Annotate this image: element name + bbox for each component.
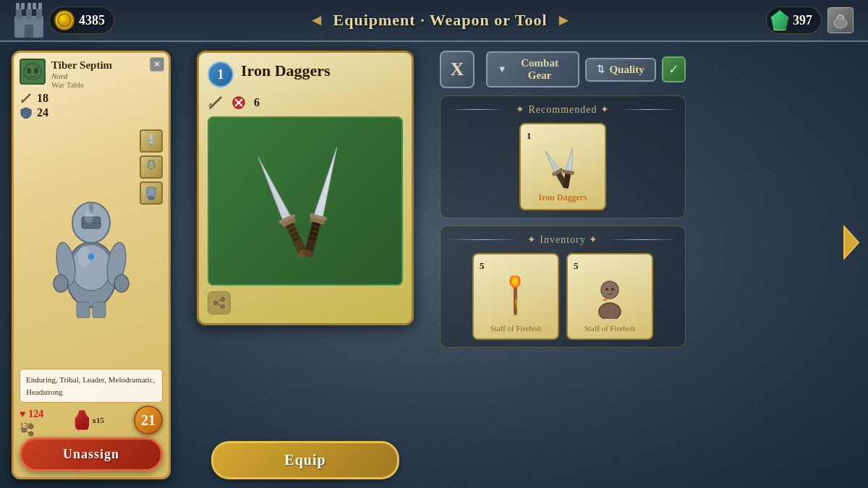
daggers-svg [226, 129, 385, 273]
svg-point-41 [22, 428, 26, 432]
weapon-level: 1 [218, 67, 224, 82]
inventory-title: ✦ Inventory ✦ [448, 234, 678, 246]
svg-point-11 [834, 18, 847, 28]
content-area: ✕ Tiber Septim Nord War Table [0, 42, 868, 488]
recommended-section: ✦ Recommended ✦ 1 [440, 95, 686, 218]
svg-point-40 [29, 424, 33, 429]
card-power: 21 [134, 406, 163, 435]
svg-marker-59 [255, 155, 291, 219]
inventory-item-1[interactable]: 5 Staff of Fi [472, 253, 559, 340]
svg-point-10 [58, 14, 71, 27]
svg-point-37 [150, 143, 153, 146]
inventory-item-2[interactable]: 5 [566, 253, 653, 340]
unassign-button[interactable]: Unassign [20, 437, 163, 471]
svg-rect-4 [16, 3, 20, 9]
recommended-title: ✦ Recommended ✦ [448, 103, 678, 116]
gems-value: 397 [793, 13, 812, 28]
close-button[interactable]: X [440, 51, 475, 88]
portrait-items [140, 129, 163, 205]
top-bar: 4385 ◄ Equipment · Weapon or Tool ► 397 [0, 0, 868, 42]
weapon-level-badge: 1 [208, 61, 234, 87]
svg-rect-1 [16, 9, 22, 19]
potion-section: x15 [73, 410, 104, 430]
quality-sort-icon: ⇅ [597, 64, 605, 75]
inv-item-1-image [487, 272, 545, 322]
knight-svg [44, 174, 138, 318]
bag-icon [827, 7, 854, 33]
gold-currency: 4385 [49, 7, 114, 34]
equip-button[interactable]: Equip [211, 441, 399, 479]
portrait-item-2 [140, 155, 163, 179]
svg-line-74 [218, 300, 221, 302]
svg-rect-36 [146, 140, 156, 142]
recommended-card[interactable]: 1 [519, 123, 606, 210]
svg-point-73 [221, 305, 225, 309]
potion-icon [73, 410, 90, 430]
weapon-value-stat: 6 [254, 95, 260, 111]
potion-count: x15 [92, 416, 104, 424]
character-portrait [20, 122, 163, 369]
left-title-arrow: ◄ [309, 11, 325, 30]
shield-stat-icon [20, 106, 33, 119]
svg-rect-38 [147, 187, 156, 197]
gems-currency: 397 [766, 7, 822, 34]
character-card: ✕ Tiber Septim Nord War Table [12, 51, 171, 479]
weapon-name: Iron Daggers [241, 61, 331, 80]
card-share-icon[interactable] [21, 424, 34, 440]
svg-point-15 [34, 68, 38, 74]
weapon-card: 1 Iron Daggers [197, 51, 414, 325]
health-value: 124 [28, 408, 43, 420]
svg-marker-92 [844, 226, 859, 258]
defense-stat-row: 24 [20, 106, 163, 119]
svg-point-42 [29, 432, 33, 436]
svg-point-34 [88, 253, 95, 260]
svg-rect-31 [93, 302, 106, 318]
character-race: Nord [51, 72, 163, 80]
inv-item-1-name: Staff of Firebolt [490, 324, 542, 333]
inv-divider-right [608, 239, 678, 240]
weapon-card-footer [208, 291, 403, 314]
svg-line-44 [26, 431, 29, 433]
weapon-special-stat [231, 95, 247, 111]
weapon-card-header: 1 Iron Daggers [208, 61, 403, 87]
quality-filter[interactable]: ⇅ Quality [585, 58, 655, 82]
weapon-image [208, 116, 403, 286]
rec-level: 1 [527, 130, 532, 142]
svg-rect-2 [26, 9, 32, 19]
weapon-attack-stat [208, 95, 224, 111]
svg-line-16 [22, 94, 30, 103]
attack-value: 18 [37, 92, 48, 105]
gold-coin-icon [54, 10, 75, 30]
card-close-button[interactable]: ✕ [150, 57, 164, 72]
svg-point-28 [54, 275, 68, 292]
portrait-item-1 [140, 129, 163, 153]
rec-weapon-image [534, 142, 592, 192]
combat-gear-filter[interactable]: ▼ Combat Gear [486, 51, 580, 87]
weapon-share-button[interactable] [208, 291, 231, 314]
power-value: 21 [141, 412, 156, 429]
svg-rect-7 [33, 3, 36, 9]
svg-point-72 [214, 301, 218, 305]
svg-point-71 [221, 298, 225, 301]
svg-point-86 [512, 278, 518, 285]
svg-point-89 [599, 303, 621, 319]
traits-text: Enduring, Tribal, Leader, Melodramatic, … [26, 375, 155, 396]
gem-icon [771, 10, 788, 30]
castle-icon [14, 3, 43, 38]
gold-value: 4385 [79, 13, 105, 28]
combat-gear-label: Combat Gear [511, 57, 569, 82]
svg-point-90 [605, 288, 608, 291]
filter-icon: ▼ [498, 64, 507, 75]
health-row: ♥ 124 [20, 408, 43, 420]
svg-line-75 [218, 304, 221, 306]
right-nav-arrow[interactable] [841, 223, 862, 265]
weapon-special-icon [231, 95, 247, 111]
inv-item-1-level: 5 [480, 260, 485, 272]
svg-line-45 [210, 97, 221, 108]
right-title-arrow: ► [556, 11, 572, 30]
inv-divider-left [448, 239, 517, 240]
header-title-section: ◄ Equipment · Weapon or Tool ► [114, 11, 766, 30]
confirm-button[interactable]: ✓ [662, 56, 686, 82]
inv-item-2-level: 5 [574, 260, 579, 272]
page-title: Equipment · Weapon or Tool [333, 11, 547, 30]
